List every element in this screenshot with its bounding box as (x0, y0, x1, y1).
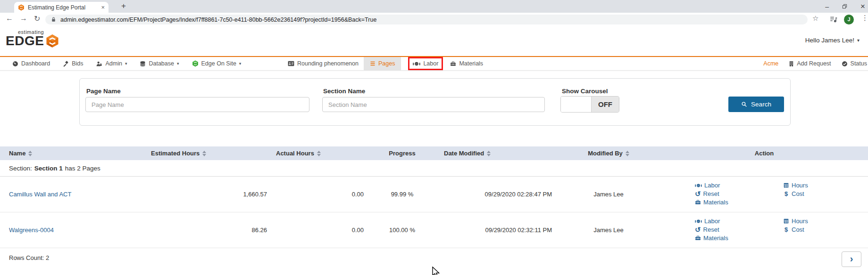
table-grid-icon (783, 182, 789, 188)
chevron-right-icon: › (850, 254, 853, 263)
next-page-button[interactable]: › (842, 251, 861, 267)
building-icon (789, 61, 794, 67)
column-header-date-modified[interactable]: Date Modified (439, 150, 557, 157)
reload-button[interactable]: ↻ (34, 14, 40, 23)
reset-link[interactable]: ↺ Reset (695, 190, 737, 197)
sort-icon[interactable] (317, 151, 321, 156)
tab-close-icon[interactable]: × (101, 4, 105, 10)
lock-icon (51, 16, 56, 23)
green-cube-icon (192, 60, 199, 67)
nav-admin[interactable]: Admin ▾ (96, 57, 127, 70)
database-icon (140, 61, 146, 67)
user-lock-icon (96, 61, 102, 67)
user-greeting[interactable]: Hello James Lee! ▾ (805, 37, 860, 44)
column-header-actual-hours[interactable]: Actual Hours (269, 150, 366, 157)
nav-database[interactable]: Database ▾ (140, 57, 179, 70)
reset-link[interactable]: ↺ Reset (695, 226, 737, 233)
section-name-input[interactable] (322, 97, 545, 112)
cost-link[interactable]: $ Cost (783, 226, 826, 233)
back-button[interactable]: ← (6, 14, 13, 23)
nav-edge-on-site[interactable]: Edge On Site ▾ (192, 57, 242, 70)
rows-count: Rows Count: 2 (9, 254, 49, 261)
filter-panel: Page Name Section Name Show Carousel OFF… (79, 78, 791, 126)
modified-by-value: James Lee (557, 191, 660, 198)
profile-avatar[interactable]: J (844, 15, 854, 24)
dollar-icon: $ (783, 226, 789, 233)
page-name-link[interactable]: Walgreens-0004 (9, 226, 54, 234)
dollar-icon: $ (783, 190, 789, 197)
gavel-icon (63, 61, 69, 67)
app-header: estimating EDGE Hello James Lee! ▾ (0, 26, 868, 57)
toolbox-icon (450, 61, 456, 67)
toolbox-icon (695, 199, 701, 205)
dashboard-icon (12, 61, 18, 67)
search-button[interactable]: Search (728, 97, 784, 112)
window-restore-button[interactable] (842, 4, 847, 9)
undo-icon: ↺ (695, 191, 701, 197)
sort-icon[interactable] (202, 151, 206, 156)
window-minimize-button[interactable]: – (825, 3, 829, 10)
check-circle-icon (842, 61, 848, 67)
nav-labor-highlighted[interactable]: Labor (408, 57, 443, 70)
page-name-input[interactable] (85, 97, 309, 112)
page-name-link[interactable]: Camillus Wall and ACT (9, 191, 71, 198)
modified-by-value: James Lee (557, 226, 660, 234)
nav-add-request[interactable]: Add Request (789, 57, 831, 70)
labor-link[interactable]: Labor (695, 218, 737, 225)
cost-link[interactable]: $ Cost (783, 190, 826, 197)
sort-icon[interactable] (28, 151, 32, 156)
date-modified-value: 09/29/2020 02:28:47 PM (439, 191, 557, 198)
forward-button[interactable]: → (20, 14, 27, 23)
nav-rounding-phenomenon[interactable]: Rounding phenomenon (288, 57, 359, 70)
table-header-row: Name Estimated Hours Actual Hours Progre… (0, 146, 868, 160)
nav-materials[interactable]: Materials (450, 57, 483, 70)
browser-tab-strip: Estimating Edge Portal × + – × (0, 0, 868, 13)
materials-link[interactable]: Materials (695, 235, 737, 242)
table-footer: Rows Count: 2 › (0, 248, 868, 275)
browser-menu-icon[interactable]: ⋮ (861, 14, 868, 22)
labor-link[interactable]: Labor (695, 182, 737, 189)
nav-dashboard[interactable]: Dashboard (12, 57, 50, 70)
handshake-icon (413, 61, 420, 67)
estimated-hours-value: 86.26 (142, 226, 269, 234)
bookmark-star-icon[interactable]: ☆ (812, 14, 818, 23)
url-text: admin.edgeestimator.com/EFM/ProjectPages… (60, 16, 376, 23)
toggle-knob (561, 97, 592, 112)
greeting-text: Hello James Lee! (805, 37, 854, 44)
browser-tab[interactable]: Estimating Edge Portal × (14, 2, 108, 13)
section-name-label: Section Name (323, 88, 365, 95)
page-name-label: Page Name (86, 88, 121, 95)
nav-pages-active-tab[interactable]: Pages (364, 57, 401, 70)
media-extension-icon[interactable] (829, 15, 838, 24)
column-header-action: Action (660, 150, 868, 157)
nav-acme[interactable]: Acme (763, 57, 778, 70)
column-header-name[interactable]: Name (0, 150, 142, 157)
table-grid-icon (783, 218, 789, 224)
nav-status[interactable]: Status (842, 57, 867, 70)
undo-icon: ↺ (695, 227, 701, 233)
chevron-down-icon: ▾ (857, 38, 860, 43)
column-header-modified-by[interactable]: Modified By (557, 150, 660, 157)
date-modified-value: 09/29/2020 02:32:11 PM (439, 226, 557, 234)
sort-icon[interactable] (487, 151, 491, 156)
window-close-button[interactable]: × (860, 2, 865, 10)
chevron-down-icon: ▾ (239, 61, 242, 66)
hours-link[interactable]: Hours (783, 182, 826, 189)
progress-value: 100.00 % (366, 226, 439, 234)
handshake-icon (695, 218, 702, 224)
new-tab-button[interactable]: + (118, 0, 129, 12)
hours-link[interactable]: Hours (783, 218, 826, 225)
chevron-down-icon: ▾ (177, 61, 179, 66)
app-logo[interactable]: estimating EDGE (6, 29, 59, 48)
nav-bids[interactable]: Bids (63, 57, 83, 70)
edge-cube-logo-icon (45, 34, 59, 48)
sort-icon[interactable] (626, 151, 629, 156)
section-header-row: Section: Section 1 has 2 Pages (0, 160, 868, 177)
column-header-estimated-hours[interactable]: Estimated Hours (142, 150, 269, 157)
url-bar[interactable]: admin.edgeestimator.com/EFM/ProjectPages… (45, 15, 808, 24)
materials-link[interactable]: Materials (695, 199, 737, 206)
edge-cube-favicon (18, 4, 25, 11)
show-carousel-toggle[interactable]: OFF (560, 96, 619, 113)
column-header-progress: Progress (366, 150, 439, 157)
browser-toolbar: ← → ↻ admin.edgeestimator.com/EFM/Projec… (0, 13, 868, 27)
